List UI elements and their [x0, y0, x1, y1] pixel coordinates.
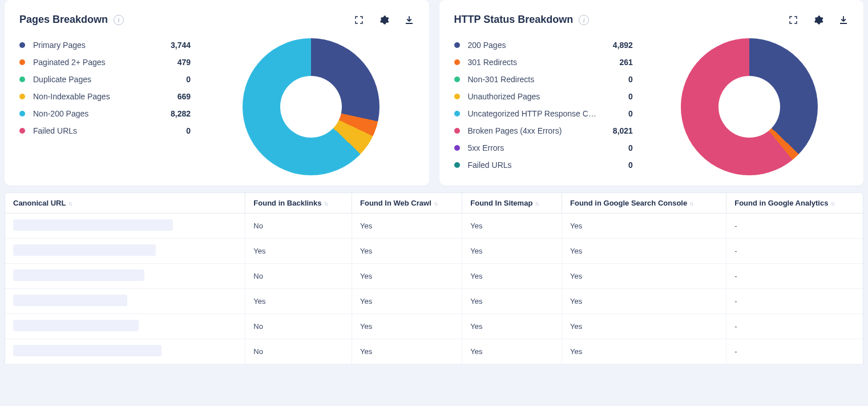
card-header: Pages Breakdown i [19, 14, 414, 26]
legend-swatch [454, 94, 460, 99]
legend-label: 200 Pages [468, 41, 596, 50]
sort-icon[interactable]: ↑↓ [689, 200, 693, 207]
legend-item[interactable]: 301 Redirects261 [454, 58, 633, 67]
cell: Yes [562, 239, 726, 264]
sort-icon[interactable]: ↑↓ [324, 200, 328, 207]
legend-value: 3,744 [162, 41, 191, 50]
card-header: HTTP Status Breakdown i [454, 14, 849, 26]
legend-item[interactable]: 5xx Errors0 [454, 143, 633, 152]
column-header-label: Found In Sitemap [470, 199, 532, 207]
cell: No [245, 314, 352, 339]
cell: Yes [352, 264, 462, 289]
redacted-url [13, 244, 156, 256]
legend-value: 0 [604, 109, 633, 118]
column-header[interactable]: Found in Backlinks↑↓ [245, 193, 352, 214]
legend-label: 301 Redirects [468, 58, 596, 67]
expand-icon[interactable] [788, 15, 798, 25]
cell: Yes [462, 339, 562, 364]
legend-item[interactable]: Broken Pages (4xx Errors)8,021 [454, 126, 633, 135]
sort-icon[interactable]: ↑↓ [68, 200, 71, 207]
cell: Yes [562, 339, 726, 364]
legend-item[interactable]: 200 Pages4,892 [454, 41, 633, 50]
legend-swatch [19, 77, 25, 82]
table-row[interactable]: YesYesYesYes- [5, 289, 863, 314]
donut-chart-status[interactable] [681, 38, 818, 175]
cell-canonical-url[interactable] [5, 314, 245, 339]
legend-item[interactable]: Duplicate Pages0 [19, 75, 191, 84]
cell: - [726, 314, 863, 339]
dashboard-row: Pages Breakdown i Primary Pages3,744Pagi… [0, 0, 868, 192]
donut-chart-pages[interactable] [243, 38, 380, 175]
table-row[interactable]: NoYesYesYes- [5, 214, 863, 239]
legend-item[interactable]: Non-301 Redirects0 [454, 75, 633, 84]
cell-canonical-url[interactable] [5, 289, 245, 314]
legend-label: Unauthorized Pages [468, 92, 596, 101]
redacted-url [13, 295, 127, 306]
legend-label: Duplicate Pages [33, 75, 154, 84]
legend-item[interactable]: Paginated 2+ Pages479 [19, 58, 191, 67]
legend-label: Non-Indexable Pages [33, 92, 154, 101]
column-header[interactable]: Found in Google Search Console↑↓ [562, 193, 726, 214]
info-icon[interactable]: i [579, 15, 589, 25]
cell-canonical-url[interactable] [5, 239, 245, 264]
sort-icon[interactable]: ↑↓ [830, 200, 834, 207]
gear-icon[interactable] [813, 15, 823, 25]
cell: No [245, 264, 352, 289]
redacted-url [13, 270, 144, 281]
card-body: Primary Pages3,744Paginated 2+ Pages479D… [19, 38, 414, 175]
table-body: NoYesYesYes-YesYesYesYes-NoYesYesYes-Yes… [5, 214, 863, 364]
legend-item[interactable]: Primary Pages3,744 [19, 41, 191, 50]
legend-item[interactable]: Failed URLs0 [454, 160, 633, 170]
legend-label: Failed URLs [468, 160, 596, 170]
column-header[interactable]: Found In Web Crawl↑↓ [352, 193, 462, 214]
column-header-label: Found In Web Crawl [360, 199, 431, 207]
cell-canonical-url[interactable] [5, 339, 245, 364]
sort-icon[interactable]: ↑↓ [535, 200, 538, 207]
legend-label: Failed URLs [33, 126, 154, 135]
legend-swatch [454, 111, 460, 116]
cell-canonical-url[interactable] [5, 214, 245, 239]
legend-value: 0 [162, 75, 191, 84]
legend-item[interactable]: Uncategorized HTTP Response C…0 [454, 109, 633, 118]
download-icon[interactable] [838, 15, 849, 25]
column-header[interactable]: Canonical URL↑↓ [5, 193, 245, 214]
legend-item[interactable]: Failed URLs0 [19, 126, 191, 135]
legend-value: 0 [162, 126, 191, 135]
table-row[interactable]: YesYesYesYes- [5, 239, 863, 264]
legend-status: 200 Pages4,892301 Redirects261Non-301 Re… [454, 38, 633, 175]
cell: Yes [562, 289, 726, 314]
card-title: HTTP Status Breakdown [454, 14, 574, 26]
cell: No [245, 214, 352, 239]
legend-label: Uncategorized HTTP Response C… [468, 109, 596, 118]
cell-canonical-url[interactable] [5, 264, 245, 289]
column-header-label: Found in Backlinks [253, 199, 321, 207]
cell: - [726, 289, 863, 314]
legend-item[interactable]: Non-Indexable Pages669 [19, 92, 191, 101]
expand-icon[interactable] [354, 15, 364, 25]
legend-swatch [19, 94, 25, 99]
legend-item[interactable]: Unauthorized Pages0 [454, 92, 633, 101]
cell: No [245, 339, 352, 364]
download-icon[interactable] [404, 15, 414, 25]
legend-value: 0 [604, 75, 633, 84]
redacted-url [13, 345, 162, 356]
table-row[interactable]: NoYesYesYes- [5, 339, 863, 364]
cell: - [726, 264, 863, 289]
legend-label: Primary Pages [33, 41, 154, 50]
legend-item[interactable]: Non-200 Pages8,282 [19, 109, 191, 118]
legend-swatch [19, 59, 25, 65]
cell: Yes [245, 239, 352, 264]
legend-swatch [454, 59, 460, 65]
column-header[interactable]: Found In Sitemap↑↓ [462, 193, 562, 214]
sort-icon[interactable]: ↑↓ [434, 200, 437, 207]
table-row[interactable]: NoYesYesYes- [5, 314, 863, 339]
column-header-label: Found in Google Search Console [570, 199, 687, 207]
legend-label: Broken Pages (4xx Errors) [468, 126, 596, 135]
table-row[interactable]: NoYesYesYes- [5, 264, 863, 289]
cell: Yes [462, 264, 562, 289]
gear-icon[interactable] [379, 15, 389, 25]
info-icon[interactable]: i [114, 15, 124, 25]
legend-value: 669 [162, 92, 191, 101]
cell: Yes [352, 339, 462, 364]
column-header[interactable]: Found in Google Analytics↑↓ [726, 193, 863, 214]
